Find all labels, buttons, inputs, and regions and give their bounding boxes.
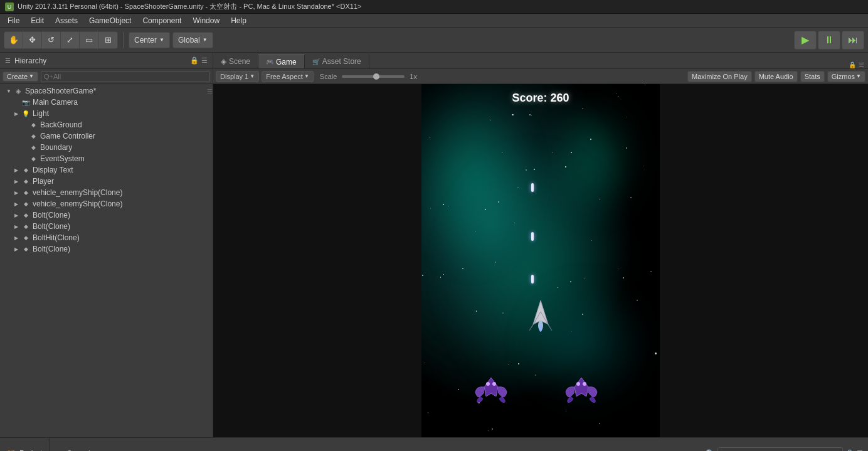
- hand-tool[interactable]: ✋: [4, 32, 23, 48]
- expand-arrow: ▶: [13, 200, 20, 208]
- scale-tool[interactable]: ⤢: [61, 32, 80, 48]
- view-tab-options: 🔒 ☰: [845, 61, 868, 68]
- tab-asset-store[interactable]: 🛒 Asset Store: [305, 55, 369, 68]
- tree-item-options[interactable]: ☰: [207, 88, 213, 95]
- star: [645, 85, 645, 85]
- transform-tool[interactable]: ⊞: [98, 32, 117, 48]
- aspect-selector[interactable]: Free Aspect ▼: [262, 71, 314, 82]
- view-tabs: ◈ Scene 🎮 Game 🛒 Asset Store 🔒 ☰: [213, 53, 868, 69]
- expand-arrow: ▶: [13, 110, 20, 117]
- hierarchy-menu-icon: ☰: [5, 57, 11, 64]
- hierarchy-lock[interactable]: 🔒: [190, 56, 199, 65]
- score-display: Score: 260: [512, 92, 569, 105]
- star: [643, 166, 644, 166]
- go-icon: ◆: [21, 177, 30, 186]
- star: [630, 197, 632, 198]
- maximize-on-play[interactable]: Maximize On Play: [687, 71, 752, 82]
- pivot-global-btn[interactable]: Global ▼: [172, 32, 213, 48]
- star: [428, 412, 428, 413]
- go-icon: ◆: [21, 166, 30, 174]
- display-selector[interactable]: Display 1 ▼: [216, 71, 259, 82]
- window-title: Unity 2017.3.1f1 Personal (64bit) - Spac…: [18, 2, 361, 11]
- star: [458, 389, 459, 390]
- game-tab-icon: 🎮: [266, 58, 273, 65]
- tree-background[interactable]: ◆ BackGround: [0, 119, 213, 130]
- tree-displaytext[interactable]: ▶ ◆ Display Text: [0, 164, 213, 176]
- star: [553, 152, 553, 152]
- nebula-4: [547, 97, 641, 222]
- tree-gamecontroller[interactable]: ◆ Game Controller: [0, 130, 213, 142]
- title-bar: U Unity 2017.3.1f1 Personal (64bit) - Sp…: [0, 0, 868, 14]
- expand-arrow: ▶: [13, 189, 20, 196]
- tree-bolt1[interactable]: ▶ ◆ Bolt(Clone): [0, 210, 213, 221]
- go-icon: ◆: [21, 199, 30, 208]
- hierarchy-search[interactable]: [41, 71, 210, 82]
- game-toolbar: Display 1 ▼ Free Aspect ▼ Scale 1x Maxim…: [213, 69, 868, 84]
- rect-tool[interactable]: ▭: [80, 32, 98, 48]
- star: [591, 240, 592, 241]
- svg-point-4: [539, 324, 542, 332]
- menu-component[interactable]: Component: [137, 15, 186, 26]
- tree-spaceshootergame[interactable]: ▼ ◈ SpaceShooterGame* ☰: [0, 85, 213, 97]
- svg-point-9: [576, 382, 580, 386]
- menu-window[interactable]: Window: [188, 15, 225, 26]
- stats-btn[interactable]: Stats: [800, 71, 825, 82]
- star: [582, 314, 583, 314]
- tree-item-label: Bolt(Clone): [33, 211, 70, 220]
- tab-lock[interactable]: 🔒: [849, 61, 856, 68]
- tab-menu[interactable]: ☰: [859, 61, 864, 68]
- console-label: Console: [66, 449, 94, 452]
- project-tab[interactable]: 📁 Project: [0, 438, 50, 451]
- tree-enemy1[interactable]: ▶ ◆ vehicle_enemyShip(Clone): [0, 187, 213, 198]
- hierarchy-create-btn[interactable]: Create ▼: [3, 72, 38, 82]
- hierarchy-settings[interactable]: ☰: [201, 56, 208, 65]
- tree-bolthit[interactable]: ▶ ◆ BoltHit(Clone): [0, 232, 213, 243]
- gizmos-btn[interactable]: Gizmos ▼: [827, 71, 865, 82]
- tree-enemy2[interactable]: ▶ ◆ vehicle_enemyShip(Clone): [0, 198, 213, 210]
- toolbar: ✋ ✥ ↺ ⤢ ▭ ⊞ Center ▼ Global ▼ ▶ ⏸ ⏭: [0, 28, 868, 53]
- tree-boundary[interactable]: ◆ Boundary: [0, 142, 213, 153]
- tree-maincamera[interactable]: 📷 Main Camera: [0, 97, 213, 108]
- svg-marker-5: [484, 378, 498, 396]
- tab-game[interactable]: 🎮 Game: [258, 55, 305, 68]
- rotate-tool[interactable]: ↺: [42, 32, 61, 48]
- step-button[interactable]: ⏭: [842, 31, 864, 50]
- play-button[interactable]: ▶: [794, 31, 817, 50]
- mute-audio-btn[interactable]: Mute Audio: [754, 71, 798, 82]
- left-dark-area: [213, 84, 421, 437]
- scale-slider[interactable]: [342, 75, 405, 78]
- console-icon: ▤: [56, 449, 63, 452]
- pivot-center-btn[interactable]: Center ▼: [129, 32, 170, 48]
- star: [443, 274, 444, 275]
- move-tool[interactable]: ✥: [23, 32, 42, 48]
- enemy-ship-2: [564, 374, 596, 400]
- expand-arrow: ▶: [13, 234, 20, 241]
- console-tab[interactable]: ▤ Console: [50, 438, 100, 451]
- menu-assets[interactable]: Assets: [50, 15, 83, 26]
- menu-edit[interactable]: Edit: [26, 15, 49, 26]
- tree-bolt2[interactable]: ▶ ◆ Bolt(Clone): [0, 221, 213, 232]
- tree-bolt3[interactable]: ▶ ◆ Bolt(Clone): [0, 243, 213, 255]
- tree-light[interactable]: ▶ 💡 Light: [0, 108, 213, 119]
- bottom-search-input[interactable]: [717, 447, 843, 452]
- camera-icon: 📷: [21, 98, 30, 107]
- space-background: [421, 84, 660, 437]
- project-label: Project: [19, 449, 43, 452]
- no-arrow: [20, 144, 28, 151]
- star: [531, 115, 532, 115]
- menu-gameobject[interactable]: GameObject: [84, 15, 136, 26]
- no-arrow: [20, 121, 28, 129]
- star: [637, 300, 638, 301]
- tree-eventsystem[interactable]: ◆ EventSystem: [0, 153, 213, 164]
- tree-player[interactable]: ▶ ◆ Player: [0, 176, 213, 187]
- star: [514, 223, 515, 223]
- star: [443, 204, 444, 205]
- menu-help[interactable]: Help: [226, 15, 251, 26]
- menu-file[interactable]: File: [3, 15, 24, 26]
- player-ship: [528, 299, 553, 331]
- tab-scene[interactable]: ◈ Scene: [213, 55, 258, 68]
- star: [475, 231, 476, 231]
- tree-item-label: vehicle_enemyShip(Clone): [33, 199, 122, 208]
- pause-button[interactable]: ⏸: [818, 31, 840, 50]
- star: [512, 114, 513, 115]
